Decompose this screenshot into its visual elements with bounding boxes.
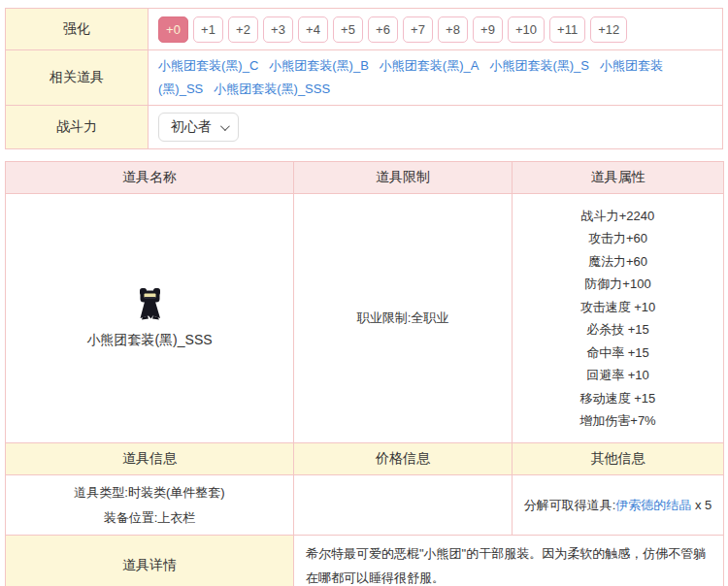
item-stat-line: 命中率 +15 [513, 342, 723, 365]
related-item-link[interactable]: 小熊团套装(黑)_S [489, 58, 589, 73]
info-header-row: 道具信息 价格信息 其他信息 [6, 443, 724, 475]
detail-row: 道具详情 希尔特最可爱的恶棍"小熊团"的干部服装。因为柔软的触感，仿佛不管躺在哪… [6, 536, 724, 586]
decompose-item-link[interactable]: 伊索德的结晶 [615, 498, 691, 512]
enhance-level-button-plus10[interactable]: +10 [508, 16, 545, 43]
enhance-label: 强化 [6, 9, 149, 50]
enhance-level-button-plus12[interactable]: +12 [590, 16, 627, 43]
decompose-suffix: x 5 [691, 498, 711, 512]
item-name-cell: 小熊团套装(黑)_SSS [6, 194, 294, 443]
power-select-value: 初心者 [171, 118, 212, 136]
enhance-level-button-plus11[interactable]: +11 [549, 16, 585, 43]
related-item-link[interactable]: 小熊团套装(黑)_C [158, 58, 258, 73]
detail-text: 希尔特最可爱的恶棍"小熊团"的干部服装。因为柔软的触感，仿佛不管躺在哪都可以睡得… [294, 536, 724, 586]
item-stat-line: 战斗力+2240 [513, 205, 723, 228]
item-stat-line: 防御力+100 [513, 273, 723, 296]
enhance-level-button-plus5[interactable]: +5 [333, 16, 363, 43]
item-stat-line: 必杀技 +15 [513, 318, 723, 342]
enhance-level-button-plus6[interactable]: +6 [368, 16, 398, 43]
related-items-row: 相关道具 小熊团套装(黑)_C小熊团套装(黑)_B小熊团套装(黑)_A小熊团套装… [6, 50, 723, 106]
power-label: 战斗力 [6, 106, 149, 149]
related-item-link[interactable]: 小熊团套装(黑)_A [380, 58, 480, 73]
item-stat-line: 攻击力+60 [513, 227, 723, 250]
enhance-level-button-plus8[interactable]: +8 [438, 16, 468, 43]
item-restriction-cell: 职业限制:全职业 [294, 194, 513, 443]
item-main-row: 小熊团套装(黑)_SSS 职业限制:全职业 战斗力+2240攻击力+60魔法力+… [6, 194, 724, 443]
item-header-row: 道具名称 道具限制 道具属性 [6, 162, 724, 194]
header-item-name: 道具名称 [6, 162, 294, 194]
item-stat-line: 回避率 +10 [513, 364, 723, 387]
header-price-info: 价格信息 [294, 443, 513, 475]
power-row: 战斗力 初心者 [6, 106, 723, 149]
enhance-level-button-plus9[interactable]: +9 [473, 16, 503, 43]
enhance-row: 强化 +0+1+2+3+4+5+6+7+8+9+10+11+12 [6, 9, 723, 50]
item-restriction-text: 职业限制:全职业 [357, 310, 449, 325]
related-links-list: 小熊团套装(黑)_C小熊团套装(黑)_B小熊团套装(黑)_A小熊团套装(黑)_S… [158, 58, 663, 96]
enhance-level-button-plus7[interactable]: +7 [403, 16, 433, 43]
enhance-level-button-plus1[interactable]: +1 [193, 16, 223, 43]
header-item-attributes: 道具属性 [513, 162, 724, 194]
decompose-prefix: 分解可取得道具: [524, 498, 616, 512]
item-stat-line: 攻击速度 +10 [513, 296, 723, 319]
enhance-level-list: +0+1+2+3+4+5+6+7+8+9+10+11+12 [158, 16, 712, 43]
header-item-restriction: 道具限制 [294, 162, 513, 194]
detail-label: 道具详情 [6, 536, 294, 586]
info-row: 道具类型:时装类(单件整套)装备位置:上衣栏 分解可取得道具:伊索德的结晶 x … [6, 475, 724, 536]
item-stat-line: 魔法力+60 [513, 250, 723, 274]
item-info-line: 道具类型:时装类(单件整套) [6, 480, 293, 505]
enhance-level-button-plus4[interactable]: +4 [298, 16, 328, 43]
item-stat-line: 移动速度 +15 [513, 387, 723, 410]
related-item-link[interactable]: 小熊团套装(黑)_B [269, 58, 369, 73]
item-detail-table: 道具名称 道具限制 道具属性 [5, 161, 724, 586]
power-select[interactable]: 初心者 [158, 113, 239, 142]
chevron-down-icon [220, 121, 230, 131]
black-bear-suit-icon [137, 288, 163, 326]
item-info-line: 装备位置:上衣栏 [6, 505, 293, 531]
item-stat-line: 增加伤害+7% [513, 409, 723, 433]
enhance-level-button-plus3[interactable]: +3 [263, 16, 293, 43]
other-info-cell: 分解可取得道具:伊索德的结晶 x 5 [513, 475, 724, 536]
item-info-cell: 道具类型:时装类(单件整套)装备位置:上衣栏 [6, 475, 294, 536]
price-info-cell [294, 475, 513, 536]
options-table: 强化 +0+1+2+3+4+5+6+7+8+9+10+11+12 相关道具 小熊… [5, 8, 723, 149]
related-items-label: 相关道具 [6, 50, 149, 106]
item-stats-cell: 战斗力+2240攻击力+60魔法力+60防御力+100攻击速度 +10必杀技 +… [513, 194, 724, 443]
header-other-info: 其他信息 [513, 443, 724, 475]
related-item-link[interactable]: 小熊团套装(黑)_SSS [214, 81, 330, 96]
header-item-info: 道具信息 [6, 443, 294, 475]
enhance-level-button-plus0[interactable]: +0 [158, 16, 188, 43]
item-name: 小熊团套装(黑)_SSS [6, 332, 293, 349]
enhance-level-button-plus2[interactable]: +2 [228, 16, 258, 43]
